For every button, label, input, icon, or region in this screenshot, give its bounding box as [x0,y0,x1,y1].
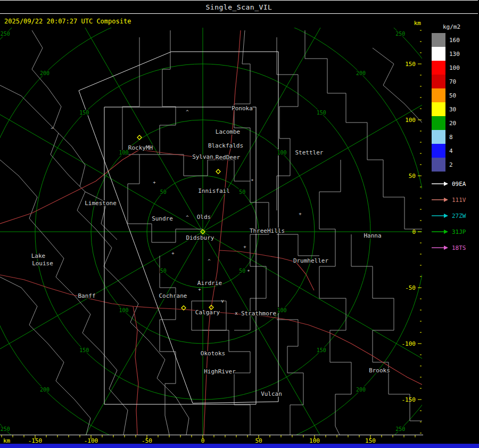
color-scale-value: 20 [449,120,456,127]
city-label: Cochrane [159,292,187,299]
color-scale-row: 160 [432,33,478,47]
color-swatch [432,61,445,75]
city-label: Ponoka [232,105,253,112]
range-ring-label: 150 [79,347,89,353]
storm-track-arrow-icon [432,245,449,251]
range-ring-label: 200 [40,387,49,393]
color-scale-row: 30 [432,102,478,116]
legend-panel: kg/m2 16013010070503020842 09EA111V27ZW3… [432,23,478,256]
right-axis-label: -100 [402,340,416,347]
color-scale-value: 2 [449,161,453,168]
city-label: Sylvan [192,153,213,160]
window-title-bar: Single_Scan_VIL [0,0,478,14]
color-scale-value: 160 [449,37,460,44]
town-marker: ^ [186,215,189,220]
city-label: Okotoks [201,350,225,357]
range-ring-label: 250 [1,31,10,37]
storm-track-row: 111V [432,192,478,208]
color-scale-row: 50 [432,88,478,102]
city-label: Didsbury [186,234,214,241]
color-swatch [432,116,445,130]
storm-track-id: 27ZW [452,213,466,219]
color-swatch [432,88,445,102]
range-ring-label: 150 [317,110,326,116]
storm-track-row: 18TS [432,240,478,256]
range-ring-label: 100 [119,150,128,156]
county-boundary [277,37,298,210]
county-boundary [305,30,422,229]
storm-track-arrow-icon [432,197,449,203]
right-axis-label: 50 [409,173,416,180]
color-swatch [432,144,445,158]
county-boundary [351,234,422,421]
county-boundary [277,320,303,435]
city-label: Limestone [85,200,117,207]
city-label: Calgary [195,309,220,316]
town-marker: ^ [208,258,211,264]
window-title: Single_Scan_VIL [206,3,272,11]
range-ring-label: 50 [160,189,167,195]
right-axis-unit: km [414,20,422,27]
range-ring-label: 50 [239,268,245,274]
city-label: Drumheller [293,257,329,264]
town-marker: * [251,178,253,184]
storm-track-arrow-icon [432,229,449,235]
color-swatch [432,102,445,116]
range-ring-label: 200 [356,70,366,76]
range-spoke [0,232,203,392]
city-label: Stettler [295,149,324,156]
city-label: Strathmore [241,310,276,317]
town-marker: + [299,211,302,216]
timestamp-label: 2025/09/22 20:07:27 UTC Composite [4,18,131,25]
town-marker: x [235,311,238,316]
color-scale-value: 130 [449,51,460,58]
range-ring-label: 250 [1,426,10,432]
color-scale-row: 100 [432,61,478,75]
town-marker: + [243,244,246,249]
county-boundary [277,234,319,256]
range-ring-label: 250 [395,31,405,37]
color-scale-value: 100 [449,64,460,71]
color-scale-value: 50 [449,92,456,99]
range-ring-label: 100 [277,150,286,156]
storm-track-arrow-icon [432,181,449,187]
storm-track-id: 09EA [452,181,466,188]
radar-site-marker [216,169,220,174]
range-ring-label: 150 [79,110,89,116]
city-label: Banff [78,292,95,299]
city-label: Olds [197,214,211,221]
county-boundary [234,160,269,330]
right-axis-label: 150 [405,61,416,68]
storm-track-row: 27ZW [432,208,478,224]
county-boundary [319,160,351,435]
color-swatch [432,75,445,88]
storm-track-id: 31JP [452,229,466,235]
city-label: Innisfail [198,188,230,194]
color-scale-value: 30 [449,106,456,113]
town-marker: ^ [51,127,54,132]
color-scale-row: 130 [432,47,478,61]
legend-unit-label: kg/m2 [432,23,478,30]
range-spoke [203,0,362,232]
range-ring-label: 200 [356,387,366,393]
storm-track-legend: 09EA111V27ZW31JP18TS [432,176,478,256]
radar-display[interactable]: 5050505010010010010015015015015020020020… [0,0,479,448]
city-label: RedDeer [216,154,241,161]
color-scale-value: 4 [449,148,453,154]
county-boundary [0,277,90,435]
city-label: HighRiver [204,368,236,375]
color-scale-value: 70 [449,78,456,85]
right-axis-label: -50 [405,284,416,291]
color-scale-row: 4 [432,144,478,158]
range-spoke [43,232,203,448]
color-scale-row: 2 [432,158,478,172]
color-swatch [432,47,445,61]
bottom-scrollbar[interactable] [0,444,479,448]
storm-track-arrow-icon [432,213,449,219]
town-marker: + [153,180,156,185]
county-boundary [373,48,422,123]
color-scale: 16013010070503020842 [432,33,478,172]
city-label: Lake [31,252,46,259]
county-boundary [202,330,250,435]
county-boundary [234,30,250,160]
